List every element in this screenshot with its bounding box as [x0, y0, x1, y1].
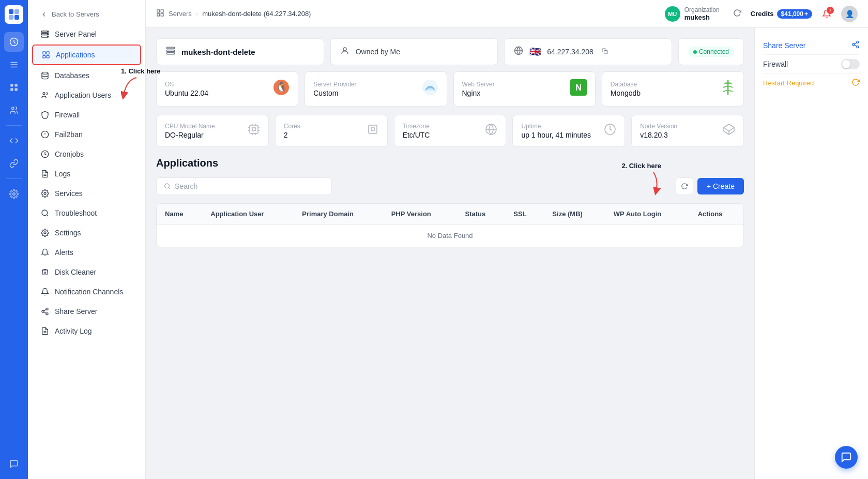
server-panel-icon: [40, 29, 50, 39]
topbar-refresh-button[interactable]: [730, 7, 744, 21]
node-icon: [723, 123, 735, 139]
credits-label: Credits: [751, 10, 774, 18]
uptime-card: Uptime up 1 hour, 41 minutes: [512, 115, 625, 147]
nav-item-services[interactable]: Services: [32, 184, 141, 203]
server-info-grid: OS Ubuntu 22.04 🐧 Server Provider Custom: [156, 71, 744, 107]
restart-required-label[interactable]: Restart Required: [763, 79, 814, 87]
svg-point-33: [42, 210, 48, 216]
nav-item-logs[interactable]: Logs: [32, 164, 141, 183]
svg-point-38: [46, 313, 48, 315]
right-panel: Share Server Firewall Restart Required: [754, 28, 868, 479]
sidebar-icon-settings[interactable]: [4, 184, 24, 204]
nav-item-fail2ban[interactable]: Fail2ban: [32, 125, 141, 144]
firewall-toggle[interactable]: [841, 59, 860, 69]
user-avatar[interactable]: 👤: [841, 6, 858, 22]
svg-line-34: [47, 215, 48, 216]
applications-icon: [41, 50, 51, 59]
svg-rect-3: [14, 15, 19, 20]
col-size-mb: Size (MB): [544, 204, 605, 224]
notification-button[interactable]: 1: [818, 6, 835, 22]
search-box: [156, 177, 332, 195]
svg-point-24: [42, 72, 48, 74]
sidebar-icon-list[interactable]: [4, 55, 24, 74]
sidebar-icon-dashboard[interactable]: [4, 32, 24, 52]
ownership-value: Owned by Me: [356, 48, 400, 56]
refresh-button[interactable]: [676, 177, 693, 195]
copy-ip-button[interactable]: [602, 48, 608, 56]
search-input[interactable]: [175, 182, 324, 190]
chat-button[interactable]: [835, 446, 858, 469]
share-server-link[interactable]: Share Server: [763, 41, 805, 50]
connected-dot: [693, 50, 697, 54]
action-row: + Create: [676, 177, 744, 195]
nav-item-disk-cleaner[interactable]: Disk Cleaner: [32, 263, 141, 281]
flag-icon: 🇬🇧: [529, 46, 541, 57]
nav-item-applications[interactable]: Applications: [32, 44, 141, 65]
activity-log-icon: [40, 326, 50, 336]
nav-item-troubleshoot[interactable]: Troubleshoot: [32, 204, 141, 222]
nav-item-settings[interactable]: Settings: [32, 223, 141, 242]
svg-rect-48: [167, 50, 175, 52]
svg-point-17: [48, 32, 48, 32]
nav-item-activity-log[interactable]: Activity Log: [32, 322, 141, 340]
nav-item-application-users[interactable]: Application Users: [32, 86, 141, 104]
svg-rect-45: [157, 13, 160, 16]
sidebar-icon-grid[interactable]: [4, 78, 24, 97]
logs-icon: [40, 169, 50, 178]
col-status: Status: [456, 204, 505, 224]
svg-point-50: [343, 48, 346, 51]
svg-rect-49: [167, 53, 175, 54]
applications-table: Name Application User Primary Domain PHP…: [157, 204, 743, 247]
app-logo[interactable]: [5, 5, 23, 24]
application-users-icon: [40, 91, 50, 100]
svg-line-39: [44, 312, 47, 313]
sidebar-icon-link[interactable]: [4, 154, 24, 173]
alerts-icon: [40, 248, 50, 257]
no-data-cell: No Data Found: [157, 224, 743, 247]
sidebar-icon-chat[interactable]: [4, 454, 24, 474]
server-name-card: mukesh-dont-delete: [156, 38, 324, 65]
col-wp-auto-login: WP Auto Login: [605, 204, 690, 224]
back-to-servers[interactable]: Back to Servers: [32, 6, 141, 24]
nav-item-share-server[interactable]: Share Server: [32, 302, 141, 321]
ownership-card: Owned by Me: [330, 38, 498, 65]
sidebar-icon-code[interactable]: [4, 131, 24, 151]
breadcrumb: Servers › mukesh-dont-delete (64.227.34.…: [156, 9, 654, 19]
uptime-icon: [604, 123, 616, 139]
credits-badge[interactable]: $41,000 +: [777, 9, 812, 19]
breadcrumb-servers[interactable]: Servers: [169, 10, 192, 18]
nav-item-notification-channels[interactable]: Notification Channels: [32, 282, 141, 301]
nav-item-firewall[interactable]: Firewall: [32, 106, 141, 124]
org-block[interactable]: MU Organization mukesh: [661, 4, 724, 24]
svg-line-77: [169, 188, 170, 189]
webserver-icon: N: [570, 79, 587, 99]
nav-item-cronjobs[interactable]: Cronjobs: [32, 145, 141, 163]
search-create-row: + Create: [156, 177, 744, 195]
databases-icon: [40, 71, 50, 80]
svg-rect-69: [369, 125, 377, 133]
firewall-label: Firewall: [763, 60, 788, 68]
svg-rect-5: [10, 62, 18, 63]
svg-rect-22: [43, 55, 45, 58]
nav-item-server-panel[interactable]: Server Panel: [32, 25, 141, 43]
disk-cleaner-icon: [40, 267, 50, 277]
svg-rect-59: [250, 125, 258, 133]
sidebar-divider-1: [6, 125, 22, 126]
server-name-value: mukesh-dont-delete: [181, 48, 255, 56]
svg-text:N: N: [575, 83, 582, 92]
col-ssl: SSL: [505, 204, 544, 224]
nav-item-databases[interactable]: Databases: [32, 66, 141, 85]
svg-rect-11: [15, 88, 18, 91]
svg-rect-7: [10, 67, 18, 68]
svg-rect-47: [167, 47, 175, 49]
svg-point-19: [48, 36, 48, 37]
svg-rect-20: [43, 52, 45, 54]
svg-line-82: [855, 42, 857, 44]
section-title: Applications: [156, 157, 744, 169]
ownership-icon: [340, 46, 349, 57]
svg-rect-6: [10, 64, 18, 65]
create-button[interactable]: + Create: [697, 178, 744, 194]
sidebar-icon-people[interactable]: [4, 100, 24, 120]
nav-item-alerts[interactable]: Alerts: [32, 243, 141, 262]
svg-point-80: [857, 46, 859, 48]
